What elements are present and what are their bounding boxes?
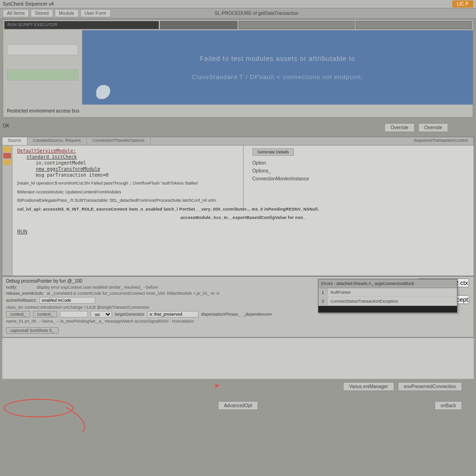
license-badge: LIC P [452,0,473,7]
bottom-footer: AdvancedOpt onBack [0,394,476,417]
active-input[interactable] [40,297,95,304]
field-btn-1[interactable]: context_ [6,311,30,317]
override-button-1[interactable]: Override [384,123,414,132]
onback-button[interactable]: onBack [435,401,462,410]
form-val-class: class_src connect introduction onChange … [6,305,149,310]
code-line-1: standard_initCheck [17,154,266,159]
field-label-target: targetGenerator [115,312,145,317]
window-titlebar: SysCheck Sequencer v4 LIC P [0,0,476,8]
override-row: OK Override Override [0,119,476,135]
field-btn-2[interactable]: context_ [33,311,57,317]
gutter-mark-warn[interactable] [3,146,11,152]
editor-tab-source[interactable]: Source [2,137,27,145]
banner-title-label: RUN SCRIPT EXECUTOR [5,21,159,28]
errors-popup-footer [318,306,457,312]
tab-stored[interactable]: Stored [31,9,53,17]
procedure-heading: SL-PROCEDURE of getDataTransaction [215,11,298,16]
lower-footer: Varius entManager envPreservedConnection [0,379,476,394]
field-select-1[interactable]: ret_ [91,311,112,317]
error-row-num: 2 [318,297,328,305]
banner-title-light[interactable] [238,21,355,29]
advanced-opt-button[interactable]: AdvancedOpt [218,401,258,410]
editor-window: Source ConstantSource, Request Connectio… [2,137,474,276]
app-title: SysCheck Sequencer v4 [3,1,452,7]
banner-footer-text: Restricted environment access bus [3,105,473,117]
varius-button[interactable]: Varius entManager [343,382,394,391]
errors-popup-title: Errors - attached threads A_ argsConnect… [318,279,457,288]
code-run-label: RUN [17,229,469,234]
generate-details-button[interactable]: Generate Details [252,148,294,156]
sidebar-item-1[interactable] [7,44,78,55]
editor-splitter[interactable] [243,145,244,211]
captureall-button[interactable]: captureall SortShots S_ [6,327,59,334]
row-label: OK [3,123,9,132]
tab-user-form[interactable]: User Form [80,9,111,17]
error-banner: Failed to test modules assets or attribu… [82,30,473,105]
banner-sidebar [3,30,82,105]
code-para-5: accessModule_Acc_In__exportBaseIdConfigV… [17,215,469,221]
banner-title-med[interactable] [160,21,238,29]
tab-module[interactable]: Module [55,9,79,17]
code-line-2: in.contingentModel [17,160,266,165]
error-row-2[interactable]: 2 ConnectStatusTransactionException [318,297,457,306]
code-line-0: DefaultServiceModule: [17,148,266,153]
override-button-2[interactable]: Override [418,123,448,132]
gutter-mark-error[interactable] [3,153,11,159]
main-tabrow: All Items Stored Module User Form SL-PRO… [0,8,476,19]
banner-titlebar-group: RUN SCRIPT EXECUTOR [3,20,473,30]
right-label-option: Option [252,160,455,165]
sidebar-item-2[interactable] [7,69,78,80]
banner-window: RUN SCRIPT EXECUTOR Failed to test modul… [3,20,473,118]
banner-title-light2[interactable] [356,21,472,29]
code-line-3: new_eggsTransformModule [17,166,266,172]
form-label-release: release_eventKinds: [6,291,44,296]
editor-tab-constant[interactable]: ConstantSource, Request [27,137,87,145]
editor-tabrow: Source ConstantSource, Request Connectio… [2,137,474,145]
envpreserved-button[interactable]: envPreservedConnection [398,382,462,391]
form-val-notify: display error expContext user enabled si… [37,285,158,290]
error-row-val: NullPointer [328,288,457,297]
tab-all-items[interactable]: All Items [3,9,29,17]
editor-right-pane: Generate Details Option Options_ Connect… [252,148,455,184]
editor-body[interactable]: Generate Details Option Options_ Connect… [13,145,474,276]
form-label-notify: notify: [6,285,34,290]
field-input-1[interactable] [60,311,88,317]
right-label-conn: ConnectionMonitorInstance [252,176,455,181]
field-trailing: _dependencem [243,312,272,317]
errors-popup: Errors - attached threads A_ argsConnect… [318,279,457,313]
cloud-icon [96,85,110,99]
field-input-2[interactable] [147,311,198,317]
banner-line-1: Failed to test modules assets or attribu… [200,55,355,62]
blank-output-area [2,337,474,379]
editor-gutter [2,145,13,276]
editor-tab-right[interactable]: SequenceTransactionControl [408,137,474,145]
error-row-val: ConnectStatusTransactionException [328,297,457,305]
banner-line-2: ClassStandard T / DFVault < connections … [192,73,363,80]
error-row-1[interactable]: 1 NullPointer [318,288,457,297]
gutter-mark-warn2[interactable] [3,159,11,165]
field-label-disp: dispensationPhrase_ [201,312,240,317]
form-val-name: name_01 pn_00 ..- hierra_ -- in_newPendi… [6,319,194,324]
editor-tab-connection[interactable]: Connection/TransferOptions [87,137,151,145]
error-row-num: 1 [318,288,328,297]
form-label-active: activeRelBasics: [6,298,37,303]
form-val-release: at _correlated & contentCode for_concurr… [47,291,219,296]
banner-title-dark[interactable]: RUN SCRIPT EXECUTOR [4,21,159,29]
right-label-options: Options_ [252,168,455,173]
code-line-4: msg_parTransaction items=0 [17,172,266,178]
